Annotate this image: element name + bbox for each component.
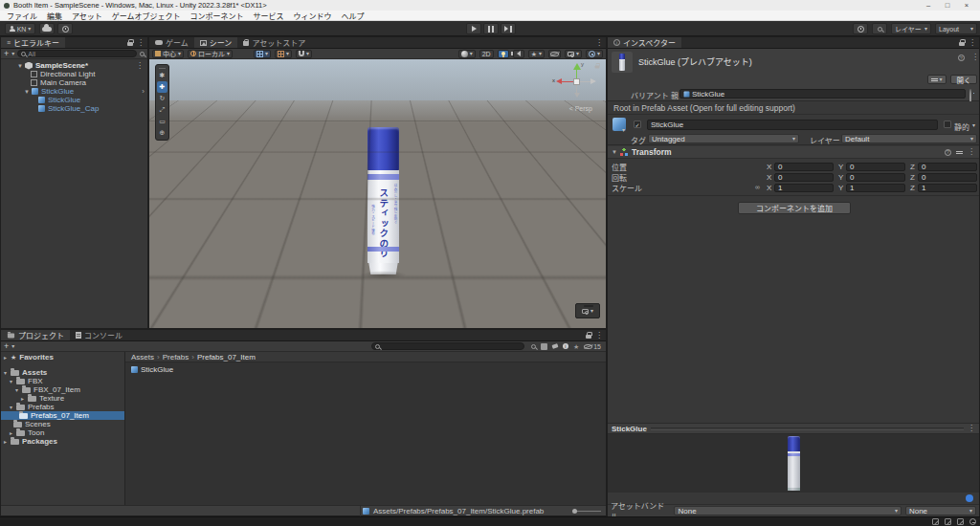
scale-z-field[interactable]: 1 xyxy=(918,184,977,192)
menu-edit[interactable]: 編集 xyxy=(42,11,67,21)
layers-dropdown[interactable]: レイヤー ▾ xyxy=(891,23,931,34)
draw-mode-dropdown[interactable]: ▾ xyxy=(458,50,476,58)
tree-row-toon[interactable]: ▸ Toon xyxy=(1,428,124,437)
rotation-x-field[interactable]: 0 xyxy=(774,173,834,182)
scale-y-field[interactable]: 1 xyxy=(846,184,905,192)
transform-header[interactable]: ▼ Transform ? ⋮ xyxy=(608,146,979,159)
kebab-menu-icon[interactable]: ⋮ xyxy=(968,425,975,432)
tree-row-directional-light[interactable]: Directional Light xyxy=(1,70,147,78)
progress-icon[interactable] xyxy=(969,518,976,525)
preview-viewport[interactable] xyxy=(608,434,979,493)
lock-icon[interactable] xyxy=(959,42,965,46)
undo-history-button[interactable] xyxy=(57,23,73,34)
favorite-star-icon[interactable]: ★ xyxy=(573,343,579,350)
hidden-packages-toggle[interactable]: 15 xyxy=(584,343,601,350)
create-button[interactable]: + xyxy=(4,50,9,58)
lock-icon[interactable] xyxy=(586,335,591,339)
rotation-y-field[interactable]: 0 xyxy=(846,173,905,182)
z-axis-cone[interactable] xyxy=(590,78,596,84)
cloud-button[interactable] xyxy=(39,23,55,34)
preview-header[interactable]: StickGlue ⋮ xyxy=(608,423,979,434)
tree-row-stickglue-child[interactable]: StickGlue xyxy=(1,96,147,104)
menu-gameobject[interactable]: ゲームオブジェクト xyxy=(107,11,186,21)
tree-row-prefabs[interactable]: ▾ Prefabs xyxy=(1,403,124,411)
import-activity-icon[interactable] xyxy=(932,518,939,525)
gizmos-dropdown[interactable]: ▾ xyxy=(586,50,603,58)
audio-toggle[interactable] xyxy=(513,50,524,58)
orientation-gizmo[interactable]: x y xyxy=(554,63,598,101)
tree-row-prefabs-07-item[interactable]: Prefabs_07_Item xyxy=(1,411,124,420)
presets-icon[interactable] xyxy=(956,150,963,155)
prefab-open-arrow-icon[interactable]: › xyxy=(142,87,145,96)
handle-orientation-dropdown[interactable]: ローカル ▾ xyxy=(188,50,233,58)
lighting-toggle[interactable] xyxy=(498,50,509,58)
static-checkbox[interactable] xyxy=(944,121,951,128)
foldout-icon[interactable]: ▾ xyxy=(9,405,13,410)
foldout-icon[interactable]: ▼ xyxy=(17,63,22,69)
foldout-icon[interactable]: ▸ xyxy=(9,430,13,436)
cache-server-icon[interactable] xyxy=(945,518,951,525)
camera-settings-dropdown[interactable]: ▾ xyxy=(565,50,582,58)
hierarchy-search-input[interactable]: All xyxy=(17,50,137,57)
layer-dropdown[interactable]: Default ▾ xyxy=(841,134,977,143)
gameobject-name-field[interactable]: StickGlue xyxy=(647,120,938,130)
pivot-mode-dropdown[interactable]: 中心 ▾ xyxy=(152,50,184,58)
active-checkbox[interactable]: ✓ xyxy=(634,121,641,128)
add-component-button[interactable]: コンポーネントを追加 xyxy=(738,202,851,214)
assetbundle-dropdown[interactable]: None ▾ xyxy=(674,506,901,515)
asset-label-icon[interactable] xyxy=(966,494,973,502)
menu-help[interactable]: ヘルプ xyxy=(337,11,369,21)
tree-row-packages[interactable]: ▸ Packages xyxy=(1,437,124,446)
scene-visibility-toggle[interactable] xyxy=(548,50,561,58)
tree-row-texture[interactable]: ▸ Texture xyxy=(1,394,124,403)
info-icon[interactable]: i xyxy=(563,343,568,349)
menu-services[interactable]: サービス xyxy=(249,11,289,21)
foldout-icon[interactable]: ▸ xyxy=(3,355,8,361)
kebab-menu-icon[interactable]: ⋮ xyxy=(971,54,979,61)
lock-icon[interactable] xyxy=(127,42,133,46)
play-button[interactable] xyxy=(466,23,481,34)
2d-toggle[interactable]: 2D xyxy=(479,50,494,58)
asset-row-stickglue[interactable]: StickGlue xyxy=(125,364,606,374)
tab-console[interactable]: コンソール xyxy=(70,330,128,340)
icon-dropdown-arrow[interactable]: ▾ xyxy=(622,127,625,133)
preview-drag-handle[interactable] xyxy=(651,427,964,430)
search-button[interactable] xyxy=(872,23,887,34)
tree-row-fbx[interactable]: ▾ FBX xyxy=(1,377,124,385)
foldout-icon[interactable]: ▸ xyxy=(20,396,25,402)
step-button[interactable] xyxy=(501,23,516,34)
position-z-field[interactable]: 0 xyxy=(918,163,977,171)
open-prefab-button[interactable]: 開く xyxy=(950,75,977,84)
menu-component[interactable]: コンポーネント xyxy=(186,11,249,21)
tab-asset-store[interactable]: アセットストア xyxy=(237,37,311,48)
auto-refresh-icon[interactable] xyxy=(957,518,964,525)
breadcrumb-prefabs-07-item[interactable]: Prefabs_07_Item xyxy=(197,353,256,362)
undo-redo-button[interactable] xyxy=(853,23,868,34)
snap-increment-dropdown[interactable]: ▾ xyxy=(296,50,312,58)
tree-row-favorites[interactable]: ▸ ★ Favorites xyxy=(1,353,124,362)
kebab-menu-icon[interactable]: ⋮ xyxy=(969,39,976,47)
minimize-button[interactable]: – xyxy=(919,1,938,10)
kebab-menu-icon[interactable]: ⋮ xyxy=(595,39,603,47)
filter-by-label-icon[interactable] xyxy=(551,343,558,349)
snap-toggle[interactable]: ▾ xyxy=(275,50,292,58)
position-y-field[interactable]: 0 xyxy=(846,163,905,171)
tab-game[interactable]: ゲーム xyxy=(149,37,194,48)
slider-knob[interactable] xyxy=(572,509,577,514)
foldout-icon[interactable]: ▸ xyxy=(3,439,8,445)
overrides-dropdown[interactable]: ▾ xyxy=(927,75,947,84)
maximize-button[interactable]: □ xyxy=(938,1,957,10)
transform-tool[interactable]: ⊕ xyxy=(157,127,167,139)
foldout-icon[interactable]: ▾ xyxy=(14,387,19,393)
y-axis-cone[interactable] xyxy=(573,63,581,70)
menu-assets[interactable]: アセット xyxy=(67,11,107,21)
tree-row-stickglue-cap[interactable]: StickGlue_Cap xyxy=(1,104,147,113)
assetbundle-variant-dropdown[interactable]: None ▾ xyxy=(905,506,976,515)
tree-row-main-camera[interactable]: Main Camera xyxy=(1,78,147,87)
create-dropdown-icon[interactable]: ▾ xyxy=(11,343,14,349)
tree-row-stickglue-root[interactable]: ▼ StickGlue › xyxy=(1,87,147,96)
effects-dropdown[interactable]: ★ ▾ xyxy=(528,50,545,58)
kebab-menu-icon[interactable]: ⋮ xyxy=(968,148,975,156)
rotate-tool[interactable]: ↻ xyxy=(157,93,167,104)
tree-row-fbx-07-item[interactable]: ▾ FBX_07_Item xyxy=(1,385,124,394)
